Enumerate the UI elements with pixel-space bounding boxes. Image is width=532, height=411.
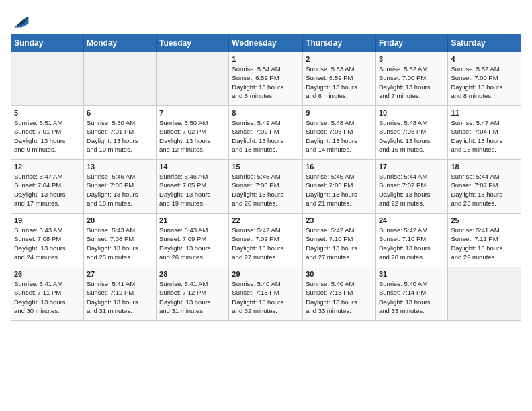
calendar-cell: 28Sunrise: 5:41 AM Sunset: 7:12 PM Dayli…	[157, 267, 229, 321]
day-number: 2	[306, 55, 373, 63]
day-number: 29	[232, 270, 300, 278]
weekday-monday: Monday	[83, 34, 156, 52]
day-info: Sunrise: 5:43 AM Sunset: 7:09 PM Dayligh…	[159, 226, 226, 261]
day-number: 28	[159, 270, 226, 278]
day-info: Sunrise: 5:48 AM Sunset: 7:03 PM Dayligh…	[379, 118, 445, 154]
calendar-cell: 31Sunrise: 5:40 AM Sunset: 7:14 PM Dayli…	[375, 267, 447, 321]
calendar-cell: 24Sunrise: 5:42 AM Sunset: 7:10 PM Dayli…	[375, 214, 447, 267]
day-number: 8	[232, 109, 300, 117]
day-number: 21	[159, 216, 226, 224]
day-info: Sunrise: 5:40 AM Sunset: 7:14 PM Dayligh…	[379, 279, 445, 315]
day-number: 17	[379, 163, 445, 171]
calendar-cell: 2Sunrise: 5:53 AM Sunset: 6:59 PM Daylig…	[303, 52, 376, 106]
calendar-cell: 3Sunrise: 5:52 AM Sunset: 7:00 PM Daylig…	[375, 52, 447, 106]
calendar-cell: 23Sunrise: 5:42 AM Sunset: 7:10 PM Dayli…	[303, 214, 376, 267]
day-info: Sunrise: 5:48 AM Sunset: 7:03 PM Dayligh…	[306, 118, 373, 154]
calendar-table: SundayMondayTuesdayWednesdayThursdayFrid…	[11, 34, 521, 321]
calendar-cell: 29Sunrise: 5:40 AM Sunset: 7:13 PM Dayli…	[229, 267, 303, 321]
calendar-cell	[157, 52, 229, 106]
week-row-2: 5Sunrise: 5:51 AM Sunset: 7:01 PM Daylig…	[11, 106, 521, 160]
calendar-cell: 20Sunrise: 5:43 AM Sunset: 7:08 PM Dayli…	[83, 214, 156, 267]
calendar-cell: 13Sunrise: 5:46 AM Sunset: 7:05 PM Dayli…	[83, 160, 156, 214]
week-row-1: 1Sunrise: 5:54 AM Sunset: 6:59 PM Daylig…	[11, 52, 521, 106]
calendar-cell: 1Sunrise: 5:54 AM Sunset: 6:59 PM Daylig…	[229, 52, 303, 106]
day-number: 15	[232, 163, 300, 171]
weekday-sunday: Sunday	[11, 34, 84, 52]
calendar-cell: 18Sunrise: 5:44 AM Sunset: 7:07 PM Dayli…	[448, 160, 521, 214]
weekday-friday: Friday	[375, 34, 447, 52]
calendar-cell: 27Sunrise: 5:41 AM Sunset: 7:12 PM Dayli…	[83, 267, 156, 321]
day-number: 20	[87, 216, 153, 224]
week-row-5: 26Sunrise: 5:41 AM Sunset: 7:11 PM Dayli…	[11, 267, 521, 321]
day-info: Sunrise: 5:50 AM Sunset: 7:01 PM Dayligh…	[87, 118, 153, 154]
day-info: Sunrise: 5:47 AM Sunset: 7:04 PM Dayligh…	[14, 172, 81, 208]
week-row-3: 12Sunrise: 5:47 AM Sunset: 7:04 PM Dayli…	[11, 160, 521, 214]
calendar-cell: 5Sunrise: 5:51 AM Sunset: 7:01 PM Daylig…	[11, 106, 84, 160]
day-number: 31	[379, 270, 445, 278]
day-info: Sunrise: 5:46 AM Sunset: 7:05 PM Dayligh…	[159, 172, 226, 208]
day-info: Sunrise: 5:53 AM Sunset: 6:59 PM Dayligh…	[306, 64, 373, 100]
day-info: Sunrise: 5:45 AM Sunset: 7:06 PM Dayligh…	[232, 172, 300, 208]
calendar-cell: 12Sunrise: 5:47 AM Sunset: 7:04 PM Dayli…	[11, 160, 84, 214]
day-number: 16	[306, 163, 373, 171]
calendar-cell: 15Sunrise: 5:45 AM Sunset: 7:06 PM Dayli…	[229, 160, 303, 214]
day-info: Sunrise: 5:44 AM Sunset: 7:07 PM Dayligh…	[451, 172, 518, 208]
day-number: 24	[379, 216, 445, 224]
day-number: 5	[14, 109, 81, 117]
day-info: Sunrise: 5:45 AM Sunset: 7:06 PM Dayligh…	[306, 172, 373, 208]
day-number: 9	[306, 109, 373, 117]
day-info: Sunrise: 5:40 AM Sunset: 7:13 PM Dayligh…	[306, 279, 373, 315]
day-info: Sunrise: 5:41 AM Sunset: 7:11 PM Dayligh…	[14, 279, 81, 315]
day-info: Sunrise: 5:41 AM Sunset: 7:11 PM Dayligh…	[451, 226, 518, 261]
day-number: 13	[87, 163, 153, 171]
day-info: Sunrise: 5:54 AM Sunset: 6:59 PM Dayligh…	[232, 64, 300, 100]
day-info: Sunrise: 5:47 AM Sunset: 7:04 PM Dayligh…	[451, 118, 518, 154]
day-number: 30	[306, 270, 373, 278]
calendar-cell: 25Sunrise: 5:41 AM Sunset: 7:11 PM Dayli…	[448, 214, 521, 267]
day-info: Sunrise: 5:52 AM Sunset: 7:00 PM Dayligh…	[451, 64, 518, 100]
calendar-cell: 4Sunrise: 5:52 AM Sunset: 7:00 PM Daylig…	[448, 52, 521, 106]
day-info: Sunrise: 5:41 AM Sunset: 7:12 PM Dayligh…	[87, 279, 153, 315]
day-info: Sunrise: 5:42 AM Sunset: 7:09 PM Dayligh…	[232, 226, 300, 261]
day-number: 27	[87, 270, 153, 278]
day-number: 6	[87, 109, 153, 117]
weekday-thursday: Thursday	[303, 34, 376, 52]
day-number: 10	[379, 109, 445, 117]
week-row-4: 19Sunrise: 5:43 AM Sunset: 7:08 PM Dayli…	[11, 214, 521, 267]
calendar-cell: 8Sunrise: 5:49 AM Sunset: 7:02 PM Daylig…	[229, 106, 303, 160]
day-info: Sunrise: 5:40 AM Sunset: 7:13 PM Dayligh…	[232, 279, 300, 315]
calendar-cell: 30Sunrise: 5:40 AM Sunset: 7:13 PM Dayli…	[303, 267, 376, 321]
weekday-wednesday: Wednesday	[229, 34, 303, 52]
calendar-cell: 7Sunrise: 5:50 AM Sunset: 7:02 PM Daylig…	[157, 106, 229, 160]
day-number: 18	[451, 163, 518, 171]
calendar-cell: 17Sunrise: 5:44 AM Sunset: 7:07 PM Dayli…	[375, 160, 447, 214]
logo	[11, 11, 31, 27]
calendar-cell: 19Sunrise: 5:43 AM Sunset: 7:08 PM Dayli…	[11, 214, 84, 267]
calendar-cell: 10Sunrise: 5:48 AM Sunset: 7:03 PM Dayli…	[375, 106, 447, 160]
calendar-cell	[448, 267, 521, 321]
day-number: 19	[14, 216, 81, 224]
page: SundayMondayTuesdayWednesdayThursdayFrid…	[0, 0, 532, 332]
day-number: 11	[451, 109, 518, 117]
day-number: 14	[159, 163, 226, 171]
calendar-cell	[83, 52, 156, 106]
day-number: 3	[379, 55, 445, 63]
calendar-cell: 11Sunrise: 5:47 AM Sunset: 7:04 PM Dayli…	[448, 106, 521, 160]
day-info: Sunrise: 5:43 AM Sunset: 7:08 PM Dayligh…	[14, 226, 81, 261]
day-info: Sunrise: 5:52 AM Sunset: 7:00 PM Dayligh…	[379, 64, 445, 100]
day-number: 26	[14, 270, 81, 278]
header	[11, 11, 521, 27]
calendar-cell: 14Sunrise: 5:46 AM Sunset: 7:05 PM Dayli…	[157, 160, 229, 214]
day-info: Sunrise: 5:42 AM Sunset: 7:10 PM Dayligh…	[379, 226, 445, 261]
day-info: Sunrise: 5:51 AM Sunset: 7:01 PM Dayligh…	[14, 118, 81, 154]
calendar-cell: 16Sunrise: 5:45 AM Sunset: 7:06 PM Dayli…	[303, 160, 376, 214]
logo-icon	[12, 11, 31, 30]
day-info: Sunrise: 5:42 AM Sunset: 7:10 PM Dayligh…	[306, 226, 373, 261]
weekday-header-row: SundayMondayTuesdayWednesdayThursdayFrid…	[11, 34, 521, 52]
calendar-cell	[11, 52, 84, 106]
day-info: Sunrise: 5:46 AM Sunset: 7:05 PM Dayligh…	[87, 172, 153, 208]
calendar-cell: 26Sunrise: 5:41 AM Sunset: 7:11 PM Dayli…	[11, 267, 84, 321]
weekday-tuesday: Tuesday	[157, 34, 229, 52]
day-info: Sunrise: 5:49 AM Sunset: 7:02 PM Dayligh…	[232, 118, 300, 154]
calendar-cell: 6Sunrise: 5:50 AM Sunset: 7:01 PM Daylig…	[83, 106, 156, 160]
